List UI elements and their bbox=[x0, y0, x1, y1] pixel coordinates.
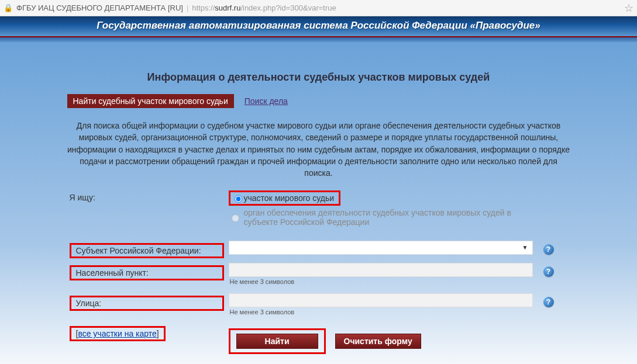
ssl-org: ФГБУ ИАЦ СУДЕБНОГО ДЕПАРТАМЕНТА [RU] bbox=[16, 4, 183, 12]
street-input[interactable] bbox=[229, 293, 533, 307]
help-icon[interactable]: ? bbox=[543, 266, 554, 277]
city-label-highlight: Населенный пункт: bbox=[70, 265, 224, 280]
page-title: Информация о деятельности судебных участ… bbox=[0, 71, 637, 84]
street-label: Улица: bbox=[76, 299, 102, 308]
bookmark-star-icon[interactable]: ☆ bbox=[624, 2, 633, 15]
tab-find-court[interactable]: Найти судебный участок мирового судьи bbox=[67, 94, 234, 108]
subject-select[interactable] bbox=[229, 241, 533, 255]
city-input[interactable] bbox=[229, 263, 533, 277]
clear-button[interactable]: Очистить форму bbox=[335, 334, 421, 349]
url[interactable]: https://sudrf.ru/index.php?id=300&var=tr… bbox=[192, 4, 336, 12]
city-label: Населенный пункт: bbox=[76, 268, 149, 278]
help-icon[interactable]: ? bbox=[543, 244, 554, 255]
banner-sub-stripe bbox=[0, 37, 637, 42]
content-area: Информация о деятельности судебных участ… bbox=[0, 42, 637, 364]
tab-search-case[interactable]: Поиск дела bbox=[245, 96, 288, 106]
map-link-highlight: [все участки на карте] bbox=[70, 326, 166, 341]
all-on-map-link[interactable]: все участки на карте bbox=[78, 329, 156, 338]
search-form: Я ищу: участок мирового судьи орган обес… bbox=[67, 190, 570, 364]
site-banner: Государственная автоматизированная систе… bbox=[0, 16, 637, 37]
radio-organ-label: орган обеспечения деятельности судебных … bbox=[244, 208, 539, 227]
i-search-label: Я ищу: bbox=[70, 193, 95, 202]
lock-icon: 🔒 bbox=[4, 4, 13, 12]
tab-row: Найти судебный участок мирового судьи По… bbox=[67, 94, 570, 108]
radio-organ[interactable] bbox=[232, 214, 239, 222]
radio-court-label: участок мирового судьи bbox=[244, 193, 335, 203]
find-button-highlight: Найти bbox=[229, 328, 326, 354]
help-icon[interactable]: ? bbox=[543, 297, 554, 307]
radio-court[interactable] bbox=[235, 195, 242, 203]
radio-option-court-highlight: участок мирового судьи bbox=[229, 190, 341, 206]
intro-text: Для поиска общей информации о судебном у… bbox=[67, 115, 570, 190]
street-hint: Не менее 3 символов bbox=[230, 308, 539, 316]
street-label-highlight: Улица: bbox=[70, 296, 224, 311]
separator: | bbox=[187, 4, 188, 12]
find-button[interactable]: Найти bbox=[236, 334, 318, 349]
subject-label-highlight: Субъект Российской Федерации: bbox=[70, 243, 224, 258]
browser-address-bar: 🔒 ФГБУ ИАЦ СУДЕБНОГО ДЕПАРТАМЕНТА [RU] |… bbox=[0, 0, 637, 16]
city-hint: Не менее 3 символов bbox=[230, 278, 539, 285]
subject-label: Субъект Российской Федерации: bbox=[76, 246, 201, 255]
